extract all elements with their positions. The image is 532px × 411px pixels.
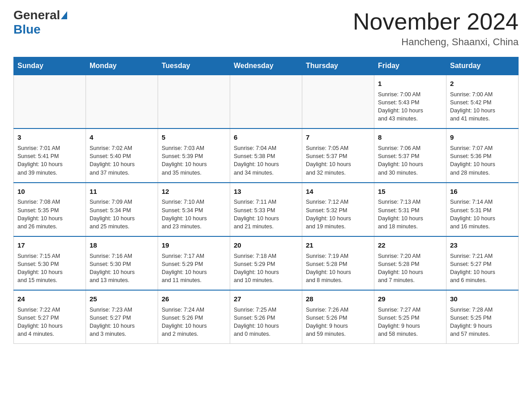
day-info: Sunrise: 7:07 AMSunset: 5:36 PMDaylight:… (450, 144, 515, 177)
calendar-cell: 15Sunrise: 7:13 AMSunset: 5:31 PMDayligh… (374, 183, 446, 236)
day-number: 2 (450, 79, 515, 89)
logo-triangle-icon (61, 11, 67, 19)
day-number: 6 (234, 133, 298, 142)
calendar-cell: 6Sunrise: 7:04 AMSunset: 5:38 PMDaylight… (230, 128, 302, 182)
day-info: Sunrise: 7:28 AMSunset: 5:25 PMDaylight:… (450, 306, 515, 338)
calendar-cell: 25Sunrise: 7:23 AMSunset: 5:27 PMDayligh… (86, 290, 158, 344)
week-row-1: 1Sunrise: 7:00 AMSunset: 5:43 PMDaylight… (14, 75, 519, 128)
day-number: 18 (90, 240, 154, 250)
calendar-cell (14, 75, 86, 128)
header-thursday: Thursday (302, 57, 374, 75)
logo-blue-text: Blue (13, 22, 41, 37)
logo-general-text: General (13, 9, 60, 21)
calendar-subtitle: Hancheng, Shaanxi, China (353, 36, 519, 48)
calendar-table: SundayMondayTuesdayWednesdayThursdayFrid… (13, 57, 519, 344)
day-number: 28 (306, 294, 370, 304)
day-info: Sunrise: 7:20 AMSunset: 5:28 PMDaylight:… (378, 252, 442, 285)
day-info: Sunrise: 7:21 AMSunset: 5:27 PMDaylight:… (450, 252, 515, 285)
day-number: 30 (450, 294, 515, 304)
calendar-cell (230, 75, 302, 128)
week-row-2: 3Sunrise: 7:01 AMSunset: 5:41 PMDaylight… (14, 128, 519, 182)
title-area: November 2024 Hancheng, Shaanxi, China (353, 9, 519, 48)
day-info: Sunrise: 7:24 AMSunset: 5:26 PMDaylight:… (162, 306, 226, 338)
calendar-cell: 14Sunrise: 7:12 AMSunset: 5:32 PMDayligh… (302, 183, 374, 236)
day-info: Sunrise: 7:16 AMSunset: 5:30 PMDaylight:… (90, 252, 154, 285)
calendar-cell: 2Sunrise: 7:00 AMSunset: 5:42 PMDaylight… (446, 75, 519, 128)
header-row: SundayMondayTuesdayWednesdayThursdayFrid… (14, 57, 519, 75)
calendar-cell: 13Sunrise: 7:11 AMSunset: 5:33 PMDayligh… (230, 183, 302, 236)
calendar-cell: 17Sunrise: 7:15 AMSunset: 5:30 PMDayligh… (14, 236, 86, 290)
calendar-cell: 24Sunrise: 7:22 AMSunset: 5:27 PMDayligh… (14, 290, 86, 344)
day-info: Sunrise: 7:03 AMSunset: 5:39 PMDaylight:… (162, 144, 226, 177)
day-number: 8 (378, 133, 442, 142)
calendar-cell: 5Sunrise: 7:03 AMSunset: 5:39 PMDaylight… (158, 128, 230, 182)
day-number: 9 (450, 133, 515, 142)
day-info: Sunrise: 7:27 AMSunset: 5:25 PMDaylight:… (378, 306, 442, 338)
day-number: 4 (90, 133, 154, 142)
day-info: Sunrise: 7:18 AMSunset: 5:29 PMDaylight:… (234, 252, 298, 285)
calendar-cell: 12Sunrise: 7:10 AMSunset: 5:34 PMDayligh… (158, 183, 230, 236)
day-number: 10 (17, 187, 82, 197)
day-number: 12 (162, 187, 226, 197)
day-number: 17 (17, 240, 82, 250)
day-info: Sunrise: 7:19 AMSunset: 5:28 PMDaylight:… (306, 252, 370, 285)
day-info: Sunrise: 7:04 AMSunset: 5:38 PMDaylight:… (234, 144, 298, 177)
day-info: Sunrise: 7:09 AMSunset: 5:34 PMDaylight:… (90, 198, 154, 231)
day-number: 13 (234, 187, 298, 197)
calendar-cell (302, 75, 374, 128)
header-friday: Friday (374, 57, 446, 75)
day-info: Sunrise: 7:01 AMSunset: 5:41 PMDaylight:… (17, 144, 82, 177)
week-row-3: 10Sunrise: 7:08 AMSunset: 5:35 PMDayligh… (14, 183, 519, 236)
day-info: Sunrise: 7:23 AMSunset: 5:27 PMDaylight:… (90, 306, 154, 338)
day-number: 19 (162, 240, 226, 250)
day-number: 16 (450, 187, 515, 197)
day-info: Sunrise: 7:06 AMSunset: 5:37 PMDaylight:… (378, 144, 442, 177)
calendar-cell: 22Sunrise: 7:20 AMSunset: 5:28 PMDayligh… (374, 236, 446, 290)
calendar-cell: 28Sunrise: 7:26 AMSunset: 5:26 PMDayligh… (302, 290, 374, 344)
calendar-header: SundayMondayTuesdayWednesdayThursdayFrid… (14, 57, 519, 75)
calendar-cell: 27Sunrise: 7:25 AMSunset: 5:26 PMDayligh… (230, 290, 302, 344)
header-monday: Monday (86, 57, 158, 75)
calendar-cell (158, 75, 230, 128)
calendar-cell: 11Sunrise: 7:09 AMSunset: 5:34 PMDayligh… (86, 183, 158, 236)
day-number: 21 (306, 240, 370, 250)
day-number: 27 (234, 294, 298, 304)
day-number: 11 (90, 187, 154, 197)
day-info: Sunrise: 7:17 AMSunset: 5:29 PMDaylight:… (162, 252, 226, 285)
day-info: Sunrise: 7:10 AMSunset: 5:34 PMDaylight:… (162, 198, 226, 231)
day-number: 29 (378, 294, 442, 304)
calendar-cell: 1Sunrise: 7:00 AMSunset: 5:43 PMDaylight… (374, 75, 446, 128)
day-info: Sunrise: 7:02 AMSunset: 5:40 PMDaylight:… (90, 144, 154, 177)
calendar-title: November 2024 (353, 9, 519, 34)
day-number: 1 (378, 79, 442, 89)
day-number: 3 (17, 133, 82, 142)
header-sunday: Sunday (14, 57, 86, 75)
day-info: Sunrise: 7:26 AMSunset: 5:26 PMDaylight:… (306, 306, 370, 338)
week-row-5: 24Sunrise: 7:22 AMSunset: 5:27 PMDayligh… (14, 290, 519, 344)
day-number: 26 (162, 294, 226, 304)
day-number: 7 (306, 133, 370, 142)
day-info: Sunrise: 7:13 AMSunset: 5:31 PMDaylight:… (378, 198, 442, 231)
header-tuesday: Tuesday (158, 57, 230, 75)
week-row-4: 17Sunrise: 7:15 AMSunset: 5:30 PMDayligh… (14, 236, 519, 290)
day-info: Sunrise: 7:14 AMSunset: 5:31 PMDaylight:… (450, 198, 515, 231)
calendar-cell: 20Sunrise: 7:18 AMSunset: 5:29 PMDayligh… (230, 236, 302, 290)
calendar-cell: 16Sunrise: 7:14 AMSunset: 5:31 PMDayligh… (446, 183, 519, 236)
header: General Blue November 2024 Hancheng, Sha… (13, 9, 519, 48)
day-info: Sunrise: 7:25 AMSunset: 5:26 PMDaylight:… (234, 306, 298, 338)
day-number: 14 (306, 187, 370, 197)
calendar-cell: 23Sunrise: 7:21 AMSunset: 5:27 PMDayligh… (446, 236, 519, 290)
calendar-cell: 7Sunrise: 7:05 AMSunset: 5:37 PMDaylight… (302, 128, 374, 182)
calendar-cell: 21Sunrise: 7:19 AMSunset: 5:28 PMDayligh… (302, 236, 374, 290)
day-info: Sunrise: 7:05 AMSunset: 5:37 PMDaylight:… (306, 144, 370, 177)
calendar-body: 1Sunrise: 7:00 AMSunset: 5:43 PMDaylight… (14, 75, 519, 344)
calendar-cell: 9Sunrise: 7:07 AMSunset: 5:36 PMDaylight… (446, 128, 519, 182)
day-info: Sunrise: 7:11 AMSunset: 5:33 PMDaylight:… (234, 198, 298, 231)
day-info: Sunrise: 7:00 AMSunset: 5:43 PMDaylight:… (378, 90, 442, 123)
calendar-cell: 19Sunrise: 7:17 AMSunset: 5:29 PMDayligh… (158, 236, 230, 290)
calendar-cell: 4Sunrise: 7:02 AMSunset: 5:40 PMDaylight… (86, 128, 158, 182)
calendar-cell (86, 75, 158, 128)
calendar-cell: 26Sunrise: 7:24 AMSunset: 5:26 PMDayligh… (158, 290, 230, 344)
calendar-cell: 8Sunrise: 7:06 AMSunset: 5:37 PMDaylight… (374, 128, 446, 182)
day-info: Sunrise: 7:22 AMSunset: 5:27 PMDaylight:… (17, 306, 82, 338)
